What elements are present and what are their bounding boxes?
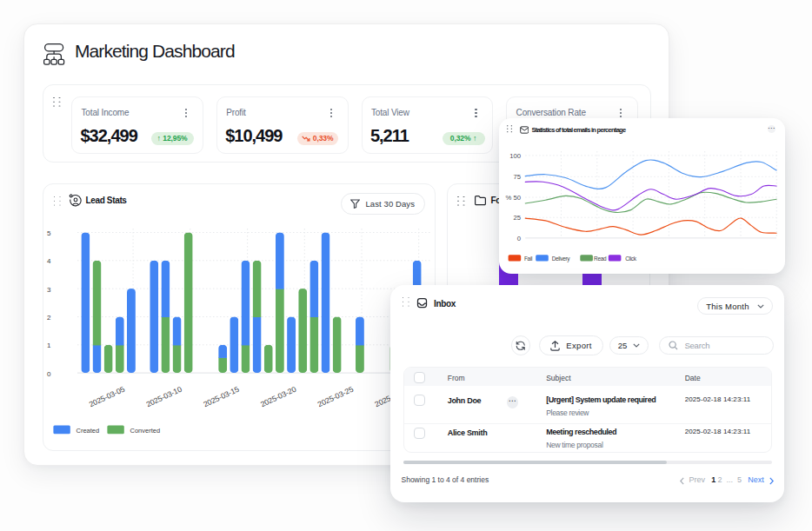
svg-text:25: 25: [514, 214, 522, 222]
svg-text:4: 4: [47, 258, 51, 266]
svg-text:1: 1: [47, 342, 51, 350]
svg-text:Delivery: Delivery: [552, 256, 570, 262]
svg-text:2025-03-05: 2025-03-05: [87, 385, 125, 409]
svg-text:5: 5: [47, 229, 51, 237]
svg-text:3: 3: [47, 286, 51, 294]
svg-text:0: 0: [517, 235, 521, 242]
svg-text:2025-03-20: 2025-03-20: [259, 385, 297, 409]
svg-text:2025-03-25: 2025-03-25: [316, 385, 354, 409]
svg-text:0: 0: [47, 370, 51, 378]
svg-text:Click: Click: [625, 256, 637, 262]
svg-text:2025-03-15: 2025-03-15: [202, 385, 240, 409]
svg-text:50: 50: [514, 194, 522, 202]
svg-text:Converted: Converted: [130, 427, 160, 435]
svg-text:100: 100: [509, 152, 521, 160]
svg-text:2: 2: [47, 314, 51, 322]
svg-text:%: %: [506, 194, 512, 202]
svg-text:Created: Created: [76, 427, 99, 435]
svg-text:Fail: Fail: [524, 256, 533, 262]
svg-text:75: 75: [514, 173, 522, 181]
svg-text:2025-03-10: 2025-03-10: [144, 385, 183, 409]
svg-text:Read: Read: [594, 256, 607, 262]
